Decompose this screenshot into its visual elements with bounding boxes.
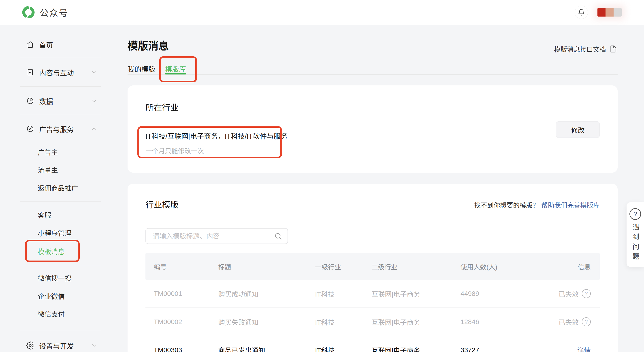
- page-head: 模版消息 模版消息接口文档: [128, 24, 618, 52]
- search-input[interactable]: [152, 232, 274, 240]
- col-header-title: 标题: [218, 262, 315, 271]
- detail-link[interactable]: 详情: [577, 345, 591, 352]
- table-row: TM00303 商品已发出通知 IT科技 互联网|电子商务 33727 详情: [146, 336, 600, 352]
- template-table: 编号 标题 一级行业 二级行业 使用人数(人) 信息 TM00001 购买成功通…: [146, 253, 600, 352]
- top-header: 公众号: [0, 0, 644, 24]
- compass-icon: [26, 125, 34, 133]
- sidebar-item-rebate-promotion[interactable]: 返佣商品推广: [0, 181, 116, 194]
- sidebar-item-customer-service[interactable]: 客服: [0, 208, 116, 221]
- cell-title: 购买成功通知: [218, 289, 315, 299]
- cell-industry-l1: IT科技: [315, 289, 372, 299]
- col-header-id: 编号: [154, 262, 218, 271]
- sidebar-subitem-label: 微信搜一搜: [38, 273, 72, 283]
- tab-template-library[interactable]: 模版库: [165, 62, 186, 74]
- sidebar-subitem-label: 客服: [38, 210, 51, 220]
- sidebar-item-label: 广告与服务: [39, 124, 74, 134]
- industry-card: 所在行业 IT科技/互联网|电子商务，IT科技/IT软件与服务 一个月只能修改一…: [128, 85, 618, 173]
- cell-industry-l2: 互联网|电子商务: [372, 317, 460, 327]
- chevron-down-icon: [91, 97, 98, 104]
- sidebar-divider: [20, 58, 101, 58]
- cell-status: 已失效 ?: [539, 317, 591, 327]
- sidebar-item-home[interactable]: 首页: [0, 38, 116, 51]
- sidebar-item-data[interactable]: 数据: [0, 95, 116, 107]
- logo-text: 公众号: [40, 6, 68, 19]
- file-icon: [610, 45, 617, 53]
- sidebar-item-template-message[interactable]: 模板消息: [0, 245, 116, 257]
- library-hint: 找不到你想要的模版？帮助我们完善模版库: [474, 200, 600, 210]
- edit-industry-button[interactable]: 修改: [556, 121, 600, 138]
- library-section-title: 行业模版: [146, 200, 178, 210]
- sidebar-subitem-label: 返佣商品推广: [38, 183, 78, 193]
- sidebar-item-content-interaction[interactable]: 内容与互动: [0, 66, 116, 78]
- sidebar-subitem-label: 微信支付: [38, 309, 65, 319]
- cell-status: 已失效 ?: [539, 289, 591, 299]
- bell-icon: [578, 9, 585, 16]
- sidebar-item-miniprogram[interactable]: 小程序管理: [0, 227, 116, 239]
- question-circle-icon[interactable]: ?: [582, 289, 591, 298]
- header-actions: [575, 5, 622, 19]
- account-avatar[interactable]: [598, 8, 622, 16]
- improve-library-link[interactable]: 帮助我们完善模版库: [541, 202, 600, 209]
- tab-my-templates[interactable]: 我的模版: [128, 62, 155, 74]
- col-header-industry-l2: 二级行业: [372, 262, 460, 271]
- sidebar-item-advertiser[interactable]: 广告主: [0, 146, 116, 158]
- sidebar-subitem-label: 小程序管理: [38, 228, 72, 238]
- chevron-down-icon: [91, 69, 98, 76]
- col-header-info: 信息: [539, 262, 591, 271]
- cell-users: 33727: [460, 346, 539, 352]
- logo: 公众号: [21, 5, 68, 19]
- sidebar-subitem-label: 企业微信: [38, 291, 65, 301]
- cell-id: TM00303: [154, 346, 218, 352]
- industry-note: 一个月只能修改一次: [146, 146, 600, 155]
- sidebar-item-wecom[interactable]: 企业微信: [0, 290, 116, 302]
- sidebar-item-wechat-search[interactable]: 微信搜一搜: [0, 272, 116, 284]
- status-badge: 已失效: [558, 289, 579, 299]
- industry-section-title: 所在行业: [146, 103, 600, 113]
- sidebar-subitem-label: 流量主: [38, 165, 58, 174]
- sidebar-item-label: 首页: [39, 39, 53, 50]
- notifications-button[interactable]: [575, 5, 588, 19]
- sidebar-subitem-label: 模板消息: [38, 246, 65, 256]
- avatar-color-block: [598, 8, 606, 16]
- chevron-down-icon: [91, 342, 98, 349]
- table-header-row: 编号 标题 一级行业 二级行业 使用人数(人) 信息: [146, 253, 600, 280]
- question-circle-icon[interactable]: ?: [582, 317, 591, 326]
- doc-link-label: 模版消息接口文档: [554, 44, 606, 54]
- sidebar-subitem-label: 广告主: [38, 147, 58, 157]
- pie-chart-icon: [26, 97, 34, 105]
- cell-users: 44989: [460, 290, 539, 298]
- sidebar-divider: [20, 265, 101, 265]
- industry-value: IT科技/互联网|电子商务，IT科技/IT软件与服务: [146, 132, 600, 141]
- cell-users: 12846: [460, 318, 539, 326]
- table-row: TM00001 购买成功通知 IT科技 互联网|电子商务 44989 已失效 ?: [146, 280, 600, 308]
- page-title: 模版消息: [128, 40, 618, 52]
- library-header: 行业模版 找不到你想要的模版？帮助我们完善模版库: [146, 200, 600, 210]
- status-badge: 已失效: [558, 317, 579, 327]
- help-widget[interactable]: ? 遇到问题: [626, 202, 644, 267]
- document-icon: [26, 68, 34, 76]
- cell-id: TM00002: [154, 318, 218, 326]
- chevron-up-icon: [91, 125, 98, 132]
- api-doc-link[interactable]: 模版消息接口文档: [554, 44, 617, 54]
- help-widget-label: 遇到问题: [630, 223, 640, 263]
- sidebar-item-ads-services[interactable]: 广告与服务: [0, 123, 116, 135]
- col-header-users: 使用人数(人): [460, 262, 539, 271]
- tab-bar: 我的模版 模版库: [128, 62, 618, 75]
- template-library-card: 行业模版 找不到你想要的模版？帮助我们完善模版库 编号 标题 一级行业 二级行业…: [128, 184, 618, 352]
- cell-industry-l1: IT科技: [315, 345, 372, 352]
- sidebar-item-label: 数据: [39, 96, 53, 106]
- avatar-color-block: [606, 8, 614, 16]
- cell-title: 购买失败通知: [218, 317, 315, 327]
- sidebar-divider: [20, 331, 101, 331]
- cell-industry-l1: IT科技: [315, 317, 372, 327]
- sidebar-item-traffic-owner[interactable]: 流量主: [0, 163, 116, 176]
- gear-icon: [26, 342, 34, 350]
- template-search-box: [146, 228, 288, 244]
- question-circle-icon: ?: [630, 208, 641, 220]
- sidebar-item-wechat-pay[interactable]: 微信支付: [0, 307, 116, 320]
- cell-industry-l2: 互联网|电子商务: [372, 289, 460, 299]
- cell-industry-l2: 互联网|电子商务: [372, 345, 460, 352]
- search-icon: [274, 232, 282, 240]
- sidebar-item-settings-dev[interactable]: 设置与开发: [0, 339, 116, 352]
- sidebar-item-label: 设置与开发: [39, 341, 74, 351]
